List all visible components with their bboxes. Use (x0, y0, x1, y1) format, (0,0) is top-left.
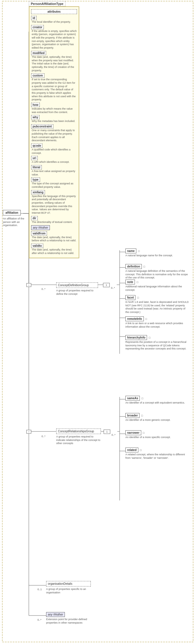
svg-rect-36 (27, 283, 31, 287)
attr-creator-name: creator (31, 25, 44, 29)
attr-validto: validto The date (and, optionally, the t… (31, 244, 77, 255)
attr-literal-desc: A free-text value assigned as property v… (31, 170, 77, 176)
svg-text:0..*: 0..* (42, 288, 46, 291)
right-narrower-item: narrower □ An identifier of a more speci… (125, 430, 189, 439)
right-hierarchyinfo-label: hierarchyInfo (125, 335, 147, 340)
right-related-desc: A related concept, where the relationshi… (125, 453, 189, 460)
right-definition-desc: A natural language definition of the sem… (125, 270, 189, 280)
attr-uri-desc: A URI which identifies a concept. (31, 160, 77, 164)
right-hierarchyinfo-desc: Represents the position of a concept in … (125, 341, 189, 351)
attr-custom: custom If set to true the corresponding … (31, 73, 77, 102)
attr-any-other-name: any ##other (31, 225, 50, 230)
right-definition-item: definition □ A natural language definiti… (125, 264, 189, 280)
attr-validto-name: validto (31, 244, 43, 248)
any-other-bottom-desc: Extension point for provider-defined pro… (46, 618, 91, 624)
attr-why-desc: Why the metadata has been included. (31, 120, 77, 123)
org-details-desc: A group of properties specific to an org… (46, 588, 91, 594)
attr-creator-desc: If the attribute is empty, specifies whi… (31, 30, 77, 50)
attr-xmllang-desc: Specifies the language of this property … (31, 195, 77, 215)
right-note-label: note (125, 280, 135, 284)
attr-why-name: why (31, 115, 39, 119)
right-narrower-label: narrower (125, 430, 141, 435)
right-facet-desc: In NAR 1.8 and later, facet is deprecate… (125, 301, 189, 314)
svg-rect-21 (104, 430, 110, 434)
right-broader-item: broader □ An identifier of a more generi… (125, 413, 189, 422)
right-sameas-item: sameAs □ An identifier of a concept with… (125, 396, 189, 405)
right-facet-label: facet (125, 295, 135, 300)
right-broader-desc: An identifier of a more generic concept. (125, 418, 189, 422)
right-related-label: related (125, 448, 138, 452)
attr-xmllang: xmllang Specifies the language of this p… (31, 190, 77, 215)
attr-qcode: qcode A qualified code which identifies … (31, 144, 77, 155)
svg-text:1: 1 (106, 430, 108, 433)
attr-qcode-name: qcode (31, 144, 42, 148)
attr-modified-desc: The date (and, optionally, the time) whe… (31, 56, 77, 72)
attr-id-desc: The local identifier of the property. (31, 20, 77, 24)
right-facet-item: facet □ In NAR 1.8 and later, facet is d… (125, 295, 189, 314)
attr-modified-name: modified (31, 51, 46, 55)
concept-rel-group-desc: A group of properties required to indica… (56, 435, 101, 445)
attr-type-name: type (31, 177, 40, 182)
right-note-item: note □ Additional natural language infor… (125, 280, 189, 292)
right-remoteinfo-desc: A link to an item or a web resource whic… (125, 322, 189, 328)
attr-how-name: how (31, 103, 40, 107)
svg-text:0..*: 0..* (37, 618, 42, 621)
right-related-item: related □ A related concept, where the r… (125, 448, 189, 460)
attr-how: how Indicates by which means the value w… (31, 103, 77, 114)
attr-literal: literal A free-text value assigned as pr… (31, 165, 77, 176)
svg-text:0..*: 0..* (111, 286, 115, 289)
attr-creator: creator If the attribute is empty, speci… (31, 25, 77, 50)
attr-pubconstraint: pubconstraint One or many constraints th… (31, 124, 77, 142)
attr-validfrom-name: validfrom (31, 231, 47, 236)
right-definition-label: definition (125, 264, 142, 269)
concept-def-group-box: ConceptDefinitionGroup (56, 282, 98, 288)
right-narrower-desc: An identifier of a more specific concept… (125, 436, 189, 439)
right-broader-label: broader (125, 413, 140, 418)
svg-text:0..*: 0..* (42, 435, 46, 438)
attr-any-other: any ##other (31, 225, 77, 230)
svg-rect-9 (103, 283, 110, 287)
right-remoteinfo-label: remoteInfo (125, 316, 144, 321)
svg-text:+: + (28, 431, 30, 433)
right-note-desc: Additional natural language information … (125, 285, 189, 292)
attr-validfrom: validfrom The date (and, optionally, the… (31, 231, 77, 242)
concept-rel-group-box: ConceptRelationshipsGroup (56, 429, 101, 434)
svg-text:+: + (28, 284, 30, 286)
right-sameas-desc: An identifier of a concept with equivale… (125, 401, 189, 405)
attr-type-desc: The type of the concept assigned as cont… (31, 182, 77, 189)
attr-pubconstraint-name: pubconstraint (31, 124, 53, 129)
attr-custom-desc: If set to true the corresponding propert… (31, 78, 77, 102)
attr-dir-desc: The directionality of textual content. (31, 221, 77, 224)
attr-modified: modified The date (and, optionally, the … (31, 51, 77, 72)
attr-uri: uri A URI which identifies a concept. (31, 156, 77, 164)
svg-rect-38 (27, 430, 31, 433)
attr-id-name: id (31, 16, 37, 20)
attr-custom-name: custom (31, 73, 44, 78)
attr-type: type The type of the concept assigned as… (31, 177, 77, 189)
attr-literal-name: literal (31, 165, 42, 169)
attr-validfrom-desc: The date (and, optionally, the time) bef… (31, 236, 77, 242)
concept-def-group-desc: A group of properties required to define… (56, 289, 98, 296)
any-other-bottom-box: any ##other (46, 612, 65, 617)
attr-validto-desc: The date (and, optionally, the time) aft… (31, 248, 77, 255)
right-remoteinfo-item: remoteInfo □ A link to an item or a web … (125, 316, 189, 328)
right-sameas-label: sameAs (125, 396, 140, 401)
attr-uri-name: uri (31, 156, 38, 160)
svg-text:0..*: 0..* (112, 433, 116, 436)
attr-qcode-desc: A qualified code which identifies a conc… (31, 148, 77, 155)
attr-dir: dir The directionality of textual conten… (31, 216, 77, 224)
diagram-container: 1 0..* 1 0..* (0, 0, 196, 644)
affiliation-box: affiliation (3, 210, 21, 215)
org-details-box: organisationDetails (46, 581, 91, 586)
attributes-container: attributes id The local identifier of th… (29, 6, 79, 258)
attributes-title: attributes (31, 9, 77, 14)
right-name-label: name (125, 249, 136, 253)
attr-why: why Why the metadata has been included. (31, 115, 77, 123)
affiliation-desc: An affiliation of the person with an org… (3, 217, 26, 227)
right-name-item: name □ A natural language name for the c… (125, 249, 189, 257)
svg-text:0..1: 0..1 (37, 588, 42, 591)
attr-dir-name: dir (31, 216, 38, 220)
right-name-desc: A natural language name for the concept. (125, 254, 189, 257)
right-hierarchyinfo-item: hierarchyInfo □ Represents the position … (125, 335, 189, 351)
attr-xmllang-name: xmllang (31, 190, 45, 194)
